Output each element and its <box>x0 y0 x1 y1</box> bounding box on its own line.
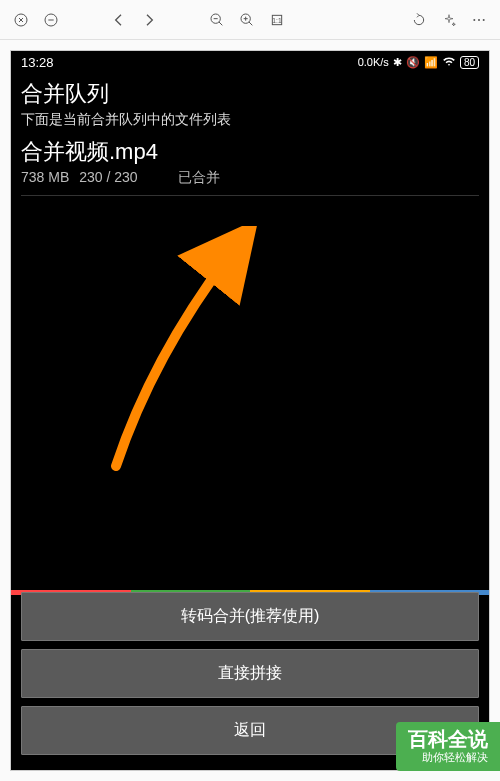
actual-size-icon[interactable]: 1:1 <box>266 9 288 31</box>
mute-icon: 🔇 <box>406 56 420 69</box>
file-size: 738 MB <box>21 169 69 187</box>
svg-point-7 <box>478 19 480 21</box>
rotate-icon[interactable] <box>408 9 430 31</box>
zoom-out-icon[interactable] <box>206 9 228 31</box>
more-icon[interactable] <box>468 9 490 31</box>
browser-toolbar: 1:1 <box>0 0 500 40</box>
phone-status-bar: 13:28 0.0K/s ✱ 🔇 📶 80 <box>11 51 489 73</box>
watermark-subtitle: 助你轻松解决 <box>408 750 488 765</box>
page-title: 合并队列 <box>21 79 479 109</box>
watermark: 百科全说 助你轻松解决 <box>396 722 500 771</box>
network-speed: 0.0K/s <box>358 56 389 68</box>
close-circle-icon[interactable] <box>10 9 32 31</box>
svg-point-8 <box>483 19 485 21</box>
signal-icon: 📶 <box>424 56 438 69</box>
file-progress: 230 / 230 <box>79 169 137 187</box>
forward-icon[interactable] <box>138 9 160 31</box>
svg-point-6 <box>473 19 475 21</box>
file-status: 已合并 <box>178 169 220 187</box>
direct-splice-button[interactable]: 直接拼接 <box>21 649 479 698</box>
battery-icon: 80 <box>460 56 479 69</box>
minimize-circle-icon[interactable] <box>40 9 62 31</box>
transcode-merge-button[interactable]: 转码合并(推荐使用) <box>21 592 479 641</box>
divider <box>21 195 479 196</box>
sparkle-icon[interactable] <box>438 9 460 31</box>
wifi-icon <box>442 54 456 70</box>
zoom-in-icon[interactable] <box>236 9 258 31</box>
image-viewer: 13:28 0.0K/s ✱ 🔇 📶 80 合并队列 下面是当前合并队列中的文件… <box>0 40 500 781</box>
page-subtitle: 下面是当前合并队列中的文件列表 <box>21 111 479 129</box>
bluetooth-icon: ✱ <box>393 56 402 69</box>
watermark-title: 百科全说 <box>408 728 488 750</box>
phone-screenshot: 13:28 0.0K/s ✱ 🔇 📶 80 合并队列 下面是当前合并队列中的文件… <box>10 50 490 771</box>
status-time: 13:28 <box>21 55 54 70</box>
svg-text:1:1: 1:1 <box>272 16 282 23</box>
main-content: 合并队列 下面是当前合并队列中的文件列表 合并视频.mp4 738 MB 230… <box>11 73 489 202</box>
back-icon[interactable] <box>108 9 130 31</box>
file-info-row: 738 MB 230 / 230 已合并 <box>21 169 479 187</box>
arrow-annotation <box>96 226 276 480</box>
file-name: 合并视频.mp4 <box>21 137 479 167</box>
status-right: 0.0K/s ✱ 🔇 📶 80 <box>358 54 479 70</box>
